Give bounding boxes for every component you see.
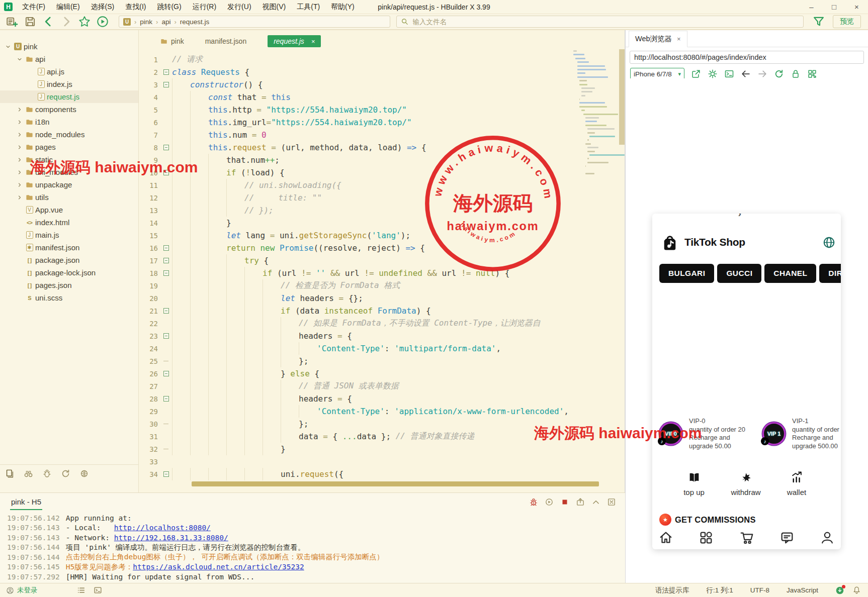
line-number[interactable]: 16 — [139, 244, 160, 252]
globe-icon[interactable] — [822, 236, 836, 249]
export-icon[interactable] — [576, 497, 585, 507]
menu-item[interactable]: 文件(F) — [17, 3, 51, 11]
sidebar-item-unpackage[interactable]: unpackage — [0, 178, 138, 191]
browser-tab[interactable]: Web浏览器 × — [629, 31, 687, 47]
statusbar-item[interactable]: 行:1 列:1 — [706, 586, 733, 595]
restart-icon[interactable] — [545, 497, 554, 507]
sidebar-item-index-js[interactable]: Jindex.js — [0, 78, 138, 90]
fold-marker[interactable] — [163, 245, 169, 251]
line-number[interactable]: 19 — [139, 282, 160, 290]
line-number[interactable]: 18 — [139, 269, 160, 277]
filter-icon[interactable] — [812, 15, 825, 28]
bell-icon[interactable] — [852, 586, 861, 594]
menu-item[interactable]: 帮助(Y) — [325, 3, 360, 11]
forward-arrow-icon[interactable] — [757, 69, 767, 79]
preview-button[interactable]: 预览 — [833, 15, 861, 28]
breadcrumb-item[interactable]: request.js — [180, 18, 210, 26]
line-number[interactable]: 13 — [139, 207, 160, 215]
menu-item[interactable]: 查找(I) — [120, 3, 151, 11]
fold-marker[interactable] — [163, 371, 169, 376]
sidebar-item-package-json[interactable]: [ ]package.json — [0, 254, 138, 266]
brand-button-chanel[interactable]: CHANEL — [764, 264, 816, 283]
tab-close-icon[interactable]: × — [311, 38, 315, 45]
line-number[interactable]: 1 — [139, 56, 160, 64]
brand-button-gucci[interactable]: GUCCI — [717, 264, 761, 283]
action-top-up[interactable]: top up — [674, 471, 714, 496]
menu-item[interactable]: 发行(U) — [222, 3, 256, 11]
stop-icon[interactable] — [560, 497, 569, 507]
bug-icon[interactable] — [529, 497, 538, 507]
sidebar-item-node-modules[interactable]: node_modules — [0, 128, 138, 141]
line-number[interactable]: 28 — [139, 395, 160, 403]
sidebar-item-i18n[interactable]: i18n — [0, 116, 138, 128]
console-tab[interactable]: pink - H5 — [10, 494, 42, 510]
vip-card-1[interactable]: VIP 1♪VIP-1quantity of orderRecharge and… — [762, 417, 839, 450]
profile-icon[interactable] — [820, 530, 835, 545]
sidebar-item-uni-modules[interactable]: uni_modules — [0, 166, 138, 178]
browser-tab-close-icon[interactable]: × — [677, 35, 681, 43]
statusbar-item[interactable]: 语法提示库 — [655, 586, 689, 595]
chat-icon[interactable] — [779, 530, 795, 545]
minimap[interactable] — [572, 50, 619, 492]
fold-marker[interactable] — [163, 396, 169, 402]
lock-icon[interactable] — [791, 69, 801, 79]
line-number[interactable]: 25 — [139, 357, 160, 365]
brand-button-bulgari[interactable]: BULGARI — [659, 264, 714, 283]
fold-marker[interactable] — [163, 69, 169, 75]
line-number[interactable]: 32 — [139, 445, 160, 453]
fold-marker[interactable] — [163, 170, 169, 175]
log-link[interactable]: https://ask.dcloud.net.cn/article/35232 — [133, 563, 304, 571]
editor-tab-request-js[interactable]: request.js× — [268, 35, 321, 47]
back-arrow-icon[interactable] — [741, 69, 751, 79]
sidebar-item-pages-json[interactable]: [ ]pages.json — [0, 279, 138, 291]
statusbar-item[interactable]: UTF-8 — [750, 586, 769, 594]
sidebar-item-manifest-json[interactable]: ✱manifest.json — [0, 241, 138, 254]
line-number[interactable]: 33 — [139, 458, 160, 466]
open-in-browser-icon[interactable] — [691, 69, 701, 79]
update-download-icon[interactable] — [835, 586, 844, 595]
line-number[interactable]: 23 — [139, 332, 160, 340]
cart-icon[interactable] — [739, 530, 754, 545]
action-wallet[interactable]: wallet — [776, 471, 817, 496]
sidebar-item-api-js[interactable]: Japi.js — [0, 65, 138, 78]
action-withdraw[interactable]: withdraw — [726, 471, 766, 496]
save-icon[interactable] — [24, 15, 37, 28]
line-number[interactable]: 14 — [139, 219, 160, 227]
menu-item[interactable]: 视图(V) — [257, 3, 292, 11]
vertical-scrollbar[interactable] — [619, 49, 625, 145]
binoculars-icon[interactable] — [24, 469, 33, 478]
line-number[interactable]: 4 — [139, 93, 160, 102]
menu-item[interactable]: 运行(R) — [187, 3, 222, 11]
line-number[interactable]: 27 — [139, 382, 160, 390]
brand-button-dirc[interactable]: DIRC — [819, 264, 841, 283]
line-number[interactable]: 31 — [139, 433, 160, 441]
log-link[interactable]: http://localhost:8080/ — [114, 524, 211, 532]
line-number[interactable]: 6 — [139, 119, 160, 127]
fold-marker[interactable] — [163, 82, 169, 87]
menu-item[interactable]: 工具(T) — [291, 3, 325, 11]
menu-item[interactable]: 跳转(G) — [151, 3, 187, 11]
fold-marker[interactable] — [163, 308, 169, 314]
collapse-icon[interactable] — [591, 497, 600, 507]
line-number[interactable]: 3 — [139, 81, 160, 89]
minimize-button[interactable]: – — [800, 0, 823, 14]
line-number[interactable]: 10 — [139, 169, 160, 177]
sidebar-item-components[interactable]: components — [0, 103, 138, 116]
new-file-icon[interactable] — [6, 15, 19, 28]
fold-marker[interactable] — [163, 258, 169, 263]
line-number[interactable]: 34 — [139, 470, 160, 478]
debug-icon[interactable] — [42, 469, 52, 478]
outline-icon[interactable] — [77, 586, 85, 594]
sidebar-item-uni-scss[interactable]: Suni.scss — [0, 291, 138, 304]
terminal-icon[interactable] — [94, 586, 102, 594]
line-number[interactable]: 2 — [139, 68, 160, 76]
sidebar-item-static[interactable]: static — [0, 153, 138, 166]
star-icon[interactable] — [78, 15, 91, 28]
chevron-right-icon[interactable] — [17, 144, 23, 150]
sidebar-item-app-vue[interactable]: VApp.vue — [0, 204, 138, 216]
chevron-right-icon[interactable] — [17, 182, 23, 188]
menu-item[interactable]: 选择(S) — [85, 3, 120, 11]
run-icon[interactable] — [96, 15, 109, 28]
close-button[interactable]: × — [845, 0, 868, 14]
get-commissions[interactable]: ★ GET COMMISSIONS — [659, 514, 756, 526]
